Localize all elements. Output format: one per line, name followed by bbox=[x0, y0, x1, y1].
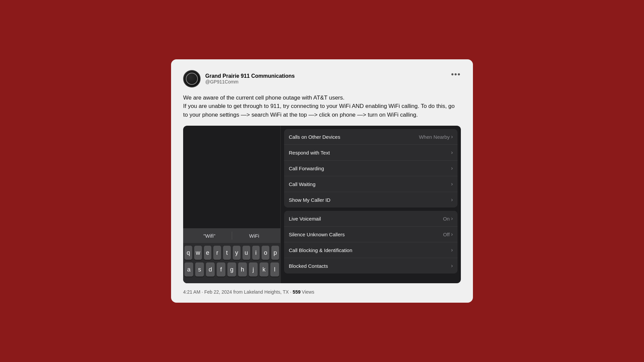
chevron-icon: › bbox=[451, 263, 453, 269]
keyboard-row-1: q w e r t y u i o p bbox=[184, 246, 279, 260]
key-j[interactable]: j bbox=[249, 262, 258, 277]
tweet-views-count: 559 bbox=[293, 289, 301, 295]
settings-item-call-waiting[interactable]: Call Waiting › bbox=[284, 176, 458, 192]
account-info: Grand Prairie 911 Communications @GP911C… bbox=[205, 73, 295, 84]
settings-item-calls-on-other-devices[interactable]: Calls on Other Devices When Nearby › bbox=[284, 129, 458, 145]
key-f[interactable]: f bbox=[217, 262, 225, 277]
settings-value-respond-with-text: › bbox=[451, 149, 453, 156]
settings-value-call-blocking: › bbox=[451, 247, 453, 253]
tweet-timestamp: 4:21 AM · Feb 22, 2024 from Lakeland Hei… bbox=[183, 289, 293, 295]
settings-label-silence-unknown-callers: Silence Unknown Callers bbox=[289, 232, 345, 237]
settings-value-show-caller-id: › bbox=[451, 197, 453, 203]
more-options-icon[interactable]: ••• bbox=[451, 70, 461, 79]
key-y[interactable]: y bbox=[233, 246, 240, 260]
key-u[interactable]: u bbox=[243, 246, 250, 260]
tweet-body: We are aware of the current cell phone o… bbox=[183, 94, 461, 119]
settings-value-calls-other-devices: When Nearby › bbox=[419, 134, 453, 140]
keyboard: q w e r t y u i o p a s d f g h bbox=[183, 243, 280, 283]
settings-item-call-blocking[interactable]: Call Blocking & Identification › bbox=[284, 242, 458, 258]
chevron-icon: › bbox=[451, 149, 453, 156]
settings-value-silence-unknown-callers: Off › bbox=[443, 231, 453, 237]
tweet-footer: 4:21 AM · Feb 22, 2024 from Lakeland Hei… bbox=[183, 289, 461, 295]
autocomplete-item-1[interactable]: "Wifi" bbox=[187, 233, 232, 239]
chevron-icon: › bbox=[451, 247, 453, 253]
chevron-icon: › bbox=[451, 181, 453, 187]
key-p[interactable]: p bbox=[271, 246, 279, 260]
settings-item-respond-with-text[interactable]: Respond with Text › bbox=[284, 145, 458, 161]
key-e[interactable]: e bbox=[204, 246, 212, 260]
settings-group-2: Live Voicemail On › Silence Unknown Call… bbox=[284, 211, 458, 274]
key-q[interactable]: q bbox=[184, 246, 192, 260]
settings-label-blocked-contacts: Blocked Contacts bbox=[289, 263, 328, 269]
settings-value-call-forwarding: › bbox=[451, 165, 453, 171]
settings-value-call-waiting: › bbox=[451, 181, 453, 187]
tweet-header: Grand Prairie 911 Communications @GP911C… bbox=[183, 70, 461, 87]
settings-label-call-waiting: Call Waiting bbox=[289, 181, 315, 187]
tweet-card: Grand Prairie 911 Communications @GP911C… bbox=[171, 59, 473, 303]
key-w[interactable]: w bbox=[194, 246, 202, 260]
key-g[interactable]: g bbox=[227, 262, 236, 277]
keyboard-row-2: a s d f g h j k l bbox=[184, 262, 279, 277]
key-i[interactable]: i bbox=[252, 246, 260, 260]
key-h[interactable]: h bbox=[238, 262, 247, 277]
key-s[interactable]: s bbox=[195, 262, 204, 277]
chevron-icon: › bbox=[451, 216, 453, 222]
settings-label-call-forwarding: Call Forwarding bbox=[289, 166, 324, 171]
tweet-views-label: Views bbox=[301, 289, 314, 295]
key-t[interactable]: t bbox=[223, 246, 231, 260]
key-a[interactable]: a bbox=[184, 262, 193, 277]
chevron-icon: › bbox=[451, 134, 453, 140]
account-name: Grand Prairie 911 Communications bbox=[205, 73, 295, 79]
settings-group-1: Calls on Other Devices When Nearby › Res… bbox=[284, 129, 458, 207]
settings-item-blocked-contacts[interactable]: Blocked Contacts › bbox=[284, 258, 458, 274]
silence-unknown-callers-value: Off bbox=[443, 232, 450, 237]
settings-label-respond-with-text: Respond with Text bbox=[289, 150, 330, 156]
live-voicemail-value: On bbox=[443, 216, 450, 222]
key-r[interactable]: r bbox=[213, 246, 221, 260]
avatar-ring bbox=[186, 73, 198, 85]
key-d[interactable]: d bbox=[206, 262, 215, 277]
settings-item-live-voicemail[interactable]: Live Voicemail On › bbox=[284, 211, 458, 227]
avatar bbox=[183, 70, 201, 87]
phone-left-panel: "Wifi" WiFi q w e r t y u i o p bbox=[183, 126, 280, 283]
settings-item-silence-unknown-callers[interactable]: Silence Unknown Callers Off › bbox=[284, 227, 458, 242]
settings-value-live-voicemail: On › bbox=[443, 216, 453, 222]
settings-label-live-voicemail: Live Voicemail bbox=[289, 216, 321, 222]
settings-item-show-my-caller-id[interactable]: Show My Caller ID › bbox=[284, 192, 458, 207]
settings-label-call-blocking: Call Blocking & Identification bbox=[289, 247, 352, 253]
account-handle: @GP911Comm bbox=[205, 79, 295, 84]
chevron-icon: › bbox=[451, 165, 453, 171]
avatar-inner bbox=[184, 71, 200, 87]
phone-right-panel: Calls on Other Devices When Nearby › Res… bbox=[280, 126, 461, 283]
autocomplete-bar: "Wifi" WiFi bbox=[183, 228, 280, 243]
settings-value-blocked-contacts: › bbox=[451, 263, 453, 269]
settings-label-calls-other-devices: Calls on Other Devices bbox=[289, 134, 340, 140]
key-k[interactable]: k bbox=[260, 262, 268, 277]
key-o[interactable]: o bbox=[262, 246, 269, 260]
chevron-icon: › bbox=[451, 197, 453, 203]
key-l[interactable]: l bbox=[270, 262, 279, 277]
chevron-icon: › bbox=[451, 231, 453, 237]
tweet-image: "Wifi" WiFi q w e r t y u i o p bbox=[183, 126, 461, 283]
settings-item-call-forwarding[interactable]: Call Forwarding › bbox=[284, 161, 458, 176]
settings-label-show-caller-id: Show My Caller ID bbox=[289, 197, 330, 203]
calls-other-devices-value: When Nearby bbox=[419, 134, 450, 140]
tweet-header-left: Grand Prairie 911 Communications @GP911C… bbox=[183, 70, 295, 87]
autocomplete-item-2[interactable]: WiFi bbox=[232, 233, 277, 239]
